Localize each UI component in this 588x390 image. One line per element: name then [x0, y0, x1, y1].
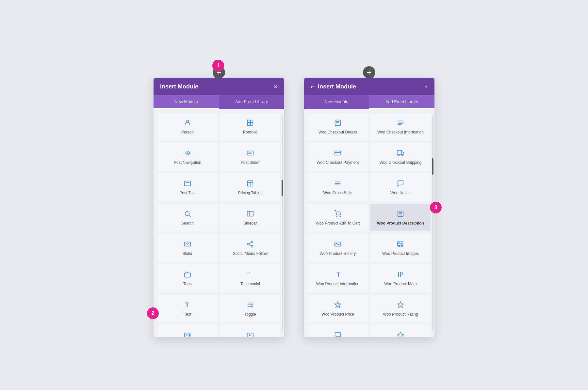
svg-line-24	[249, 242, 251, 244]
module-pricing-tables[interactable]: Pricing Tables	[220, 173, 280, 201]
module-woo-product-gallery[interactable]: Woo Product Gallery	[308, 234, 368, 262]
module-video-slider[interactable]: Video Slider	[220, 325, 280, 337]
module-post-navigation-label: Post Navigation	[174, 160, 201, 165]
module-toggle-label: Toggle	[244, 312, 256, 317]
module-tabs-label: Tabs	[183, 282, 191, 287]
module-woo-cross-sells-label: Woo Cross Sells	[323, 191, 352, 196]
module-woo-product-information[interactable]: T Woo Product Information	[308, 264, 368, 292]
module-slider-label: Slider	[183, 251, 193, 257]
left-tab-new-module[interactable]: New Module	[154, 95, 219, 109]
module-woo-checkout-shipping[interactable]: Woo Checkout Shipping	[370, 143, 431, 171]
social-media-follow-icon	[247, 241, 254, 249]
module-person[interactable]: Person	[157, 113, 218, 140]
module-post-navigation[interactable]: <> Post Navigation	[157, 143, 218, 171]
svg-rect-17	[247, 211, 253, 216]
module-woo-product-meta[interactable]: Woo Product Meta	[370, 264, 431, 292]
toggle-icon	[247, 301, 254, 309]
left-tab-library[interactable]: Add From Library	[219, 95, 284, 109]
svg-point-15	[185, 211, 189, 215]
left-close-button[interactable]: ×	[274, 83, 278, 90]
svg-line-23	[249, 244, 251, 246]
woo-product-information-icon: T	[334, 271, 341, 279]
svg-rect-67	[398, 272, 399, 277]
module-woo-product-price-label: Woo Product Price	[321, 312, 354, 317]
tabs-icon	[184, 271, 191, 279]
module-woo-product-reviews[interactable]: Woo Product Reviews	[308, 325, 368, 337]
woo-product-stock-icon	[397, 332, 404, 337]
module-slider[interactable]: Slider	[157, 234, 218, 262]
module-social-media-follow[interactable]: Social Media Follow	[220, 234, 280, 262]
module-text-label: Text	[184, 312, 191, 317]
svg-point-21	[248, 243, 250, 245]
module-woo-product-add-to-cart[interactable]: Woo Product Add To Cart	[308, 204, 368, 231]
left-modal-title: Insert Module	[160, 83, 198, 90]
module-social-media-follow-label: Social Media Follow	[233, 251, 268, 257]
right-scrollbar-thumb[interactable]	[432, 158, 433, 175]
svg-rect-3	[248, 123, 250, 125]
left-scrollbar-thumb[interactable]	[282, 180, 283, 196]
right-scrollbar-track[interactable]	[432, 115, 433, 331]
module-woo-product-description[interactable]: Woo Product Description	[370, 204, 431, 231]
module-woo-notice[interactable]: Woo Notice	[370, 173, 431, 201]
step-1-badge: 1	[212, 60, 224, 71]
right-tab-new-module[interactable]: New Module	[304, 95, 369, 109]
module-testimonial[interactable]: " Testimonial	[220, 264, 280, 292]
module-pricing-tables-label: Pricing Tables	[238, 191, 262, 196]
right-modal-header-left: ↩ Insert Module	[310, 83, 356, 90]
svg-rect-19	[185, 242, 190, 246]
right-modal-tabs: New Module Add From Library	[304, 95, 434, 109]
svg-rect-68	[400, 272, 401, 277]
module-video[interactable]: Video	[157, 325, 218, 337]
module-tabs[interactable]: Tabs	[157, 264, 218, 292]
right-tab-library[interactable]: Add From Library	[369, 95, 434, 109]
module-toggle[interactable]: Toggle	[220, 295, 280, 322]
woo-checkout-information-icon	[397, 119, 404, 127]
module-woo-product-rating[interactable]: Woo Product Rating	[370, 295, 431, 322]
text-icon: T	[184, 301, 191, 309]
testimonial-icon: "	[247, 271, 254, 279]
module-portfolio[interactable]: Portfolio	[220, 113, 280, 140]
module-search-label: Search	[181, 221, 194, 226]
module-person-label: Person	[181, 130, 194, 135]
svg-point-55	[336, 216, 337, 217]
portfolio-icon	[247, 119, 254, 127]
module-woo-product-images[interactable]: Woo Product Images	[370, 234, 431, 262]
module-sidebar-label: Sidebar	[243, 221, 257, 226]
module-woo-checkout-details[interactable]: Woo Checkout Details	[308, 113, 368, 140]
left-scrollbar-track[interactable]	[282, 115, 283, 331]
woo-checkout-details-icon	[334, 119, 341, 127]
left-panel-wrapper: 1 Insert Module × New Module Add From Li…	[154, 66, 284, 337]
module-search[interactable]: Search	[157, 204, 218, 231]
woo-cross-sells-icon	[334, 180, 341, 188]
svg-rect-31	[251, 304, 253, 306]
module-post-title[interactable]: Post Title	[157, 173, 218, 201]
woo-notice-icon	[397, 180, 404, 188]
module-text[interactable]: T Text	[157, 295, 218, 322]
module-woo-product-stock[interactable]: Woo Product Stock	[370, 325, 431, 337]
svg-rect-48	[397, 150, 402, 154]
svg-point-0	[186, 120, 188, 122]
right-modal-header: ↩ Insert Module ×	[304, 78, 434, 95]
step-2-badge: 2	[147, 307, 159, 319]
person-icon	[184, 119, 191, 127]
right-close-button[interactable]: ×	[424, 83, 428, 90]
back-icon[interactable]: ↩	[310, 84, 315, 90]
module-woo-checkout-payment[interactable]: Woo Checkout Payment	[308, 143, 368, 171]
post-title-icon	[184, 180, 191, 188]
module-sidebar[interactable]: Sidebar	[220, 204, 280, 231]
woo-product-reviews-icon	[334, 332, 341, 337]
module-woo-checkout-shipping-label: Woo Checkout Shipping	[380, 160, 422, 165]
left-modal-tabs: New Module Add From Library	[154, 95, 284, 109]
module-woo-cross-sells[interactable]: Woo Cross Sells	[308, 173, 368, 201]
module-post-slider[interactable]: Post Slider	[220, 143, 280, 171]
module-woo-product-meta-label: Woo Product Meta	[384, 282, 416, 287]
svg-rect-4	[251, 123, 253, 125]
module-woo-product-images-label: Woo Product Images	[382, 251, 419, 257]
svg-marker-36	[249, 334, 251, 336]
svg-marker-49	[402, 152, 404, 154]
module-woo-product-price[interactable]: Woo Product Price	[308, 295, 368, 322]
right-modal-title: Insert Module	[318, 83, 356, 90]
svg-rect-1	[248, 120, 250, 122]
left-modal-panel: Insert Module × New Module Add From Libr…	[154, 78, 284, 337]
module-woo-checkout-information[interactable]: Woo Checkout Information	[370, 113, 431, 140]
